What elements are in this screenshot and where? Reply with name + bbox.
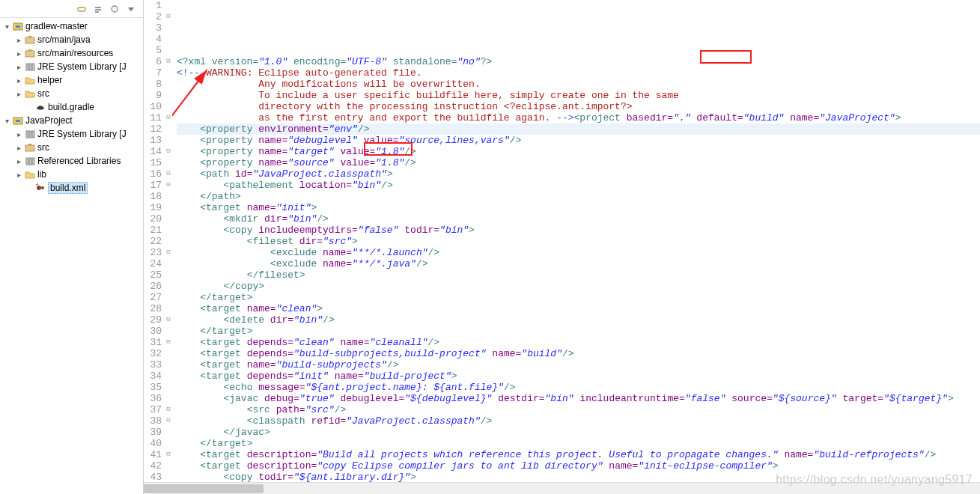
package-icon bbox=[24, 141, 36, 153]
svg-rect-20 bbox=[32, 158, 34, 165]
expand-toggle[interactable]: ▸ bbox=[13, 171, 24, 179]
expand-toggle[interactable]: ▾ bbox=[1, 22, 12, 31]
svg-rect-8 bbox=[26, 64, 28, 70]
expand-toggle[interactable]: ▸ bbox=[13, 49, 24, 58]
package-icon bbox=[24, 47, 36, 59]
svg-rect-6 bbox=[25, 51, 34, 57]
tree-node-jre-library[interactable]: ▸JRE System Library [J bbox=[0, 60, 143, 73]
svg-rect-5 bbox=[28, 36, 31, 37]
annotation-box-project bbox=[700, 50, 752, 64]
tree-node-src-main-resources[interactable]: ▸src/main/resources bbox=[0, 46, 143, 60]
line-number-gutter: 1234567891011121314151617181920212223242… bbox=[144, 0, 165, 494]
library-icon bbox=[24, 61, 36, 73]
svg-rect-9 bbox=[29, 64, 31, 70]
scrollbar-thumb[interactable] bbox=[144, 484, 264, 493]
svg-rect-3 bbox=[16, 25, 20, 28]
project-tree[interactable]: ▾ gradlew-master ▸src/main/java ▸src/mai… bbox=[0, 18, 143, 494]
project-javaproject[interactable]: ▾ JavaProject bbox=[0, 114, 143, 127]
svg-point-22 bbox=[41, 186, 44, 189]
tree-node-lib[interactable]: ▸lib bbox=[0, 168, 143, 181]
expand-toggle[interactable]: ▸ bbox=[13, 36, 24, 44]
expand-toggle[interactable]: ▸ bbox=[13, 130, 24, 138]
java-project-icon bbox=[12, 20, 24, 32]
svg-rect-19 bbox=[29, 158, 31, 165]
svg-rect-14 bbox=[29, 131, 31, 138]
gradle-icon bbox=[34, 101, 46, 113]
java-project-icon bbox=[12, 115, 24, 126]
expand-toggle[interactable]: ▸ bbox=[13, 157, 24, 165]
svg-rect-18 bbox=[26, 158, 28, 165]
svg-rect-17 bbox=[28, 144, 31, 145]
explorer-toolbar bbox=[0, 0, 143, 18]
folder-icon bbox=[24, 168, 36, 180]
ant-file-icon bbox=[34, 182, 46, 194]
tree-node-src-pkg[interactable]: ▸src bbox=[0, 141, 143, 154]
tree-node-build-gradle[interactable]: build.gradle bbox=[0, 100, 143, 114]
tree-node-jre-library-2[interactable]: ▸JRE System Library [J bbox=[0, 127, 143, 141]
svg-rect-0 bbox=[78, 7, 85, 11]
folder-icon bbox=[24, 88, 36, 100]
expand-toggle[interactable]: ▸ bbox=[13, 63, 24, 71]
svg-rect-4 bbox=[25, 37, 34, 43]
svg-rect-7 bbox=[28, 49, 31, 51]
svg-rect-10 bbox=[32, 64, 34, 70]
project-label: gradlew-master bbox=[25, 21, 88, 31]
package-icon bbox=[24, 34, 36, 46]
watermark-text: https://blog.csdn.net/yuanyang5917 bbox=[776, 473, 973, 487]
expand-toggle[interactable]: ▸ bbox=[13, 76, 24, 85]
library-icon bbox=[24, 128, 36, 140]
tree-node-helper[interactable]: ▸helper bbox=[0, 73, 143, 87]
collapse-all-icon[interactable] bbox=[92, 3, 104, 15]
folder-icon bbox=[24, 74, 36, 86]
annotation-box-target bbox=[364, 142, 413, 156]
code-content[interactable]: <?xml version="1.0" encoding="UTF-8" sta… bbox=[172, 0, 980, 494]
project-gradlew-master[interactable]: ▾ gradlew-master bbox=[0, 19, 143, 33]
fold-column[interactable]: ⊟⊟⊟⊟⊟⊟⊟⊟⊟⊟⊟⊟ bbox=[165, 0, 172, 494]
svg-rect-15 bbox=[32, 131, 34, 138]
tree-node-src-folder[interactable]: ▸src bbox=[0, 87, 143, 100]
expand-toggle[interactable]: ▾ bbox=[1, 117, 12, 125]
svg-rect-16 bbox=[25, 145, 34, 151]
svg-rect-12 bbox=[16, 120, 20, 122]
project-label: JavaProject bbox=[25, 115, 73, 126]
tree-node-build-xml[interactable]: build.xml bbox=[0, 181, 143, 195]
expand-toggle[interactable]: ▸ bbox=[13, 144, 24, 152]
svg-point-1 bbox=[112, 6, 118, 12]
tree-node-src-main-java[interactable]: ▸src/main/java bbox=[0, 33, 143, 46]
link-editor-icon[interactable] bbox=[76, 3, 88, 15]
expand-toggle[interactable]: ▸ bbox=[13, 90, 24, 98]
view-menu-icon[interactable] bbox=[125, 3, 137, 15]
tree-node-referenced-libs[interactable]: ▸Referenced Libraries bbox=[0, 154, 143, 168]
svg-point-21 bbox=[37, 186, 41, 190]
focus-icon[interactable] bbox=[109, 3, 121, 15]
editor-area[interactable]: 1234567891011121314151617181920212223242… bbox=[144, 0, 980, 494]
library-icon bbox=[24, 155, 36, 167]
project-explorer[interactable]: ▾ gradlew-master ▸src/main/java ▸src/mai… bbox=[0, 0, 144, 494]
svg-rect-13 bbox=[26, 131, 28, 138]
